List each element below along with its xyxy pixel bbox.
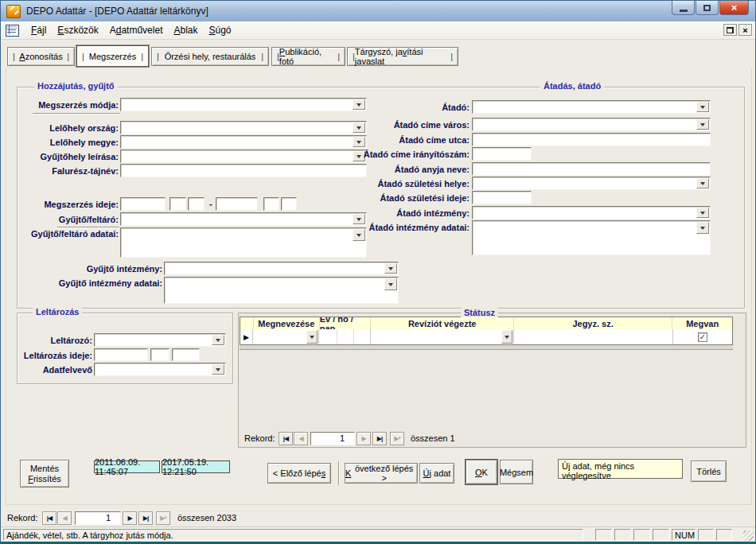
- tab-orzesi-hely[interactable]: | Őrzési hely, restaurálás |: [151, 47, 269, 66]
- tab-megszerzes[interactable]: | Megszerzés |: [76, 45, 149, 67]
- gyujto-feltaro-combo[interactable]: [120, 212, 367, 226]
- lelohely-orszag-combo[interactable]: [120, 121, 367, 134]
- window-controls: ×: [671, 1, 749, 15]
- lelohely-megye-combo[interactable]: [120, 135, 367, 149]
- atado-combo[interactable]: [472, 100, 711, 114]
- megszerzes-ideje-ho1-input[interactable]: [170, 197, 186, 211]
- atado-cime-iranyitoszam-input[interactable]: [472, 147, 532, 161]
- grid-nav-next-button[interactable]: ▶: [357, 432, 371, 445]
- cell-megvan[interactable]: ✓: [673, 329, 732, 344]
- tab-label: Azonosítás: [19, 52, 62, 61]
- menu-data-operation[interactable]: Adatművelet: [104, 22, 169, 38]
- megszerzes-modja-combo[interactable]: [120, 98, 367, 111]
- dropdown-arrow-icon[interactable]: [384, 263, 397, 274]
- leltarozas-ideje-ev-input[interactable]: [94, 348, 148, 361]
- dropdown-arrow-icon[interactable]: [306, 330, 318, 344]
- minimize-icon: [680, 10, 688, 12]
- status-panel: [698, 529, 714, 541]
- grid-nav-last-button[interactable]: ▶|: [372, 432, 387, 445]
- megszerzes-ideje-ho2-input[interactable]: [263, 197, 279, 211]
- atado-intezmeny-combo[interactable]: [472, 206, 711, 220]
- grid-nav-prev-button[interactable]: ◀: [294, 432, 308, 445]
- new-record-button[interactable]: Új adat: [419, 463, 454, 484]
- form-nav-prev-button[interactable]: ◀: [57, 511, 72, 525]
- grid-nav-first-button[interactable]: |◀: [279, 432, 293, 445]
- cell-reviziot-vegezte[interactable]: [371, 329, 514, 344]
- close-icon: ×: [731, 2, 738, 14]
- gyujto-feltaro-adatai-textarea[interactable]: [120, 227, 367, 258]
- atado-anyja-neve-input[interactable]: [472, 162, 711, 176]
- row-selector[interactable]: ▶: [240, 329, 253, 344]
- megszerzes-ideje-ev2-input[interactable]: [216, 197, 258, 211]
- minimize-button[interactable]: [672, 1, 695, 15]
- grid-nav-record-input[interactable]: 1: [310, 432, 355, 445]
- separator-line: [33, 113, 120, 115]
- delete-button[interactable]: Törlés: [691, 460, 727, 482]
- form-nav-next-button[interactable]: ▶: [123, 511, 137, 525]
- megvan-checkbox[interactable]: ✓: [698, 332, 707, 342]
- form-nav-new-button[interactable]: ▶*: [156, 511, 170, 525]
- dropdown-arrow-icon[interactable]: [212, 335, 224, 345]
- menu-help[interactable]: Súgó: [204, 22, 237, 38]
- atado-szuletesi-helye-combo[interactable]: [472, 177, 711, 190]
- atado-szuletesi-ideje-input[interactable]: [472, 191, 532, 204]
- megszerzes-ideje-nap2-input[interactable]: [281, 197, 297, 211]
- cancel-button[interactable]: Mégsem: [500, 460, 533, 484]
- resize-grip[interactable]: [743, 530, 754, 541]
- cell-ev-ho-nap[interactable]: [319, 329, 371, 344]
- next-step-button[interactable]: Következő lépés >: [345, 463, 418, 484]
- leltarozas-ideje-nap-input[interactable]: [172, 348, 200, 361]
- mdi-child-icon[interactable]: [6, 25, 19, 37]
- tab-targyszo[interactable]: | Tárgyszó, javítási javaslat |: [347, 47, 458, 66]
- modified-timestamp: 2017.05.19. 12:21:50: [162, 460, 230, 473]
- close-button[interactable]: ×: [719, 1, 749, 15]
- dropdown-arrow-icon[interactable]: [384, 278, 397, 290]
- dropdown-arrow-icon[interactable]: [501, 330, 512, 344]
- gyujto-intezmeny-adatai-textarea[interactable]: [164, 277, 399, 304]
- atado-cime-utca-input[interactable]: [472, 133, 711, 146]
- menu-tools[interactable]: Eszközök: [52, 22, 103, 38]
- adatfelvevo-combo[interactable]: [94, 363, 226, 376]
- leltarozas-ideje-ho-input[interactable]: [150, 348, 170, 361]
- save-refresh-button[interactable]: Mentés Frissítés: [20, 460, 69, 488]
- dropdown-arrow-icon[interactable]: [696, 102, 709, 112]
- date-range-dash: -: [209, 199, 212, 208]
- form-nav-first-button[interactable]: |◀: [42, 511, 57, 525]
- megszerzes-ideje-nap1-input[interactable]: [188, 197, 205, 211]
- dropdown-arrow-icon[interactable]: [696, 208, 709, 218]
- menu-window[interactable]: Ablak: [168, 22, 203, 38]
- button-separator: [338, 461, 340, 485]
- tab-pipe: |: [337, 52, 340, 61]
- grid-nav-new-button[interactable]: ▶*: [390, 432, 404, 445]
- record-state-note: Új adat, még nincs véglegesítve: [558, 459, 683, 479]
- form-nav-record-input[interactable]: 1: [75, 511, 121, 525]
- faluresz-tajnev-input[interactable]: [120, 164, 367, 177]
- dropdown-arrow-icon[interactable]: [212, 364, 224, 375]
- leltarozo-combo[interactable]: [94, 333, 226, 347]
- mdi-close-button[interactable]: ×: [738, 24, 752, 36]
- dropdown-arrow-icon[interactable]: [696, 178, 709, 188]
- previous-step-button[interactable]: < Előző lépés: [267, 463, 331, 484]
- created-timestamp: 2011.06.09. 11:45:07: [94, 460, 160, 473]
- atado-intezmeny-adatai-textarea[interactable]: [472, 220, 711, 255]
- maximize-button[interactable]: [696, 1, 719, 15]
- megszerzes-ideje-ev1-input[interactable]: [120, 197, 166, 211]
- dropdown-arrow-icon[interactable]: [696, 119, 709, 130]
- menu-file[interactable]: Fájl: [25, 22, 52, 38]
- save-label: Mentés: [30, 464, 59, 474]
- tab-azonositas[interactable]: | Azonosítás |: [7, 47, 75, 66]
- row-selector-header: [240, 317, 254, 329]
- form-nav-last-button[interactable]: ▶|: [138, 511, 153, 525]
- tab-publikacio[interactable]: | Publikáció, fotó |: [271, 47, 345, 66]
- ok-button[interactable]: OK: [466, 460, 497, 484]
- dropdown-arrow-icon[interactable]: [696, 222, 709, 234]
- gyujtohely-leirasa-combo[interactable]: [120, 150, 367, 163]
- cell-jegyz-sz[interactable]: [514, 329, 673, 344]
- mdi-restore-button[interactable]: [723, 24, 737, 36]
- tab-pipe: |: [261, 52, 263, 61]
- cell-megnevezese[interactable]: [253, 329, 319, 344]
- label-adatfelvevo: Adatfelvevő: [21, 365, 92, 375]
- gyujto-intezmeny-combo[interactable]: [164, 262, 399, 275]
- separator-line: [57, 227, 119, 228]
- atado-cime-varos-combo[interactable]: [472, 118, 711, 131]
